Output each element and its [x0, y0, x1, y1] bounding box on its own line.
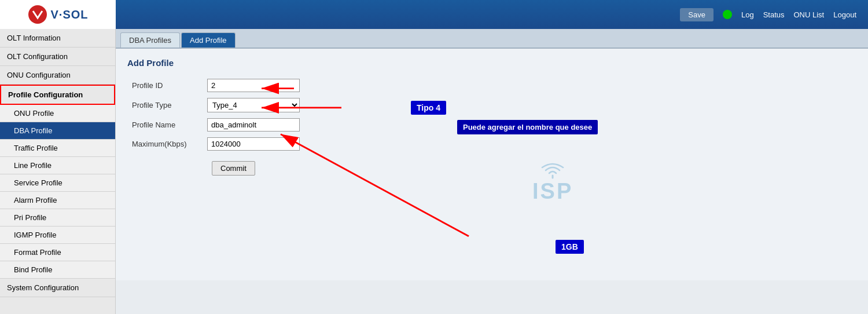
sidebar-item-alarm-profile[interactable]: Alarm Profile — [0, 192, 115, 209]
isp-watermark: ISP — [532, 162, 573, 202]
onu-list-link[interactable]: ONU List — [794, 10, 825, 19]
add-profile-form: Profile ID Profile Type Type_1 Type_2 Ty… — [127, 76, 304, 178]
log-link[interactable]: Log — [741, 10, 754, 19]
logo-area: V·SOL — [0, 0, 116, 29]
profile-id-input[interactable] — [207, 79, 300, 92]
profile-id-cell — [203, 76, 304, 95]
maximum-label: Maximum(Kbps) — [127, 134, 203, 154]
svg-point-0 — [28, 5, 47, 24]
tab-bar: DBA Profiles Add Profile — [116, 29, 868, 49]
status-indicator — [723, 10, 732, 19]
logo-text: V·SOL — [50, 8, 88, 21]
sidebar-item-line-profile[interactable]: Line Profile — [0, 157, 115, 174]
sidebar-item-onu-configuration[interactable]: ONU Configuration — [0, 66, 115, 85]
content-area: Add Profile Profile ID Profile Type Type… — [116, 49, 868, 280]
maximum-input[interactable] — [207, 137, 300, 151]
profile-name-input[interactable] — [207, 118, 300, 132]
save-button[interactable]: Save — [680, 8, 713, 21]
profile-type-label: Profile Type — [127, 95, 203, 115]
status-link[interactable]: Status — [763, 10, 785, 19]
sidebar-item-olt-configuration[interactable]: OLT Configuration — [0, 48, 115, 66]
isp-text: ISP — [532, 180, 573, 202]
main-content: DBA Profiles Add Profile Add Profile Pro… — [116, 29, 868, 314]
page-title: Add Profile — [127, 58, 856, 68]
sidebar-item-profile-configuration[interactable]: Profile Configuration — [0, 85, 115, 105]
sidebar-item-traffic-profile[interactable]: Traffic Profile — [0, 140, 115, 157]
sidebar-item-olt-information[interactable]: OLT Information — [0, 29, 115, 48]
commit-cell: Commit — [203, 154, 304, 178]
profile-type-select[interactable]: Type_1 Type_2 Type_3 Type_4 Type_5 — [207, 98, 300, 112]
sidebar-item-bind-profile[interactable]: Bind Profile — [0, 261, 115, 279]
svg-line-4 — [281, 134, 469, 236]
profile-type-cell: Type_1 Type_2 Type_3 Type_4 Type_5 — [203, 95, 304, 115]
sidebar-item-igmp-profile[interactable]: IGMP Profile — [0, 227, 115, 244]
header-controls: Save Log Status ONU List Logout — [680, 8, 856, 21]
profile-type-row: Profile Type Type_1 Type_2 Type_3 Type_4… — [127, 95, 304, 115]
profile-name-cell — [203, 115, 304, 134]
profile-name-label: Profile Name — [127, 115, 203, 134]
sidebar-item-onu-profile[interactable]: ONU Profile — [0, 105, 115, 122]
commit-row: Commit — [127, 154, 304, 178]
annotation-tipo4: Tipo 4 — [411, 101, 446, 115]
commit-button[interactable]: Commit — [212, 161, 255, 176]
profile-name-row: Profile Name — [127, 115, 304, 134]
logout-link[interactable]: Logout — [833, 10, 856, 19]
sidebar-item-service-profile[interactable]: Service Profile — [0, 174, 115, 192]
sidebar-item-system-configuration[interactable]: System Configuration — [0, 279, 115, 297]
profile-id-row: Profile ID — [127, 76, 304, 95]
header: V·SOL Save Log Status ONU List Logout — [0, 0, 868, 29]
sidebar-item-dba-profile[interactable]: DBA Profile — [0, 122, 115, 140]
vsol-logo-icon — [27, 4, 48, 25]
maximum-row: Maximum(Kbps) — [127, 134, 304, 154]
profile-id-label: Profile ID — [127, 76, 203, 95]
tab-dba-profiles[interactable]: DBA Profiles — [120, 32, 180, 48]
annotation-nombre: Puede agregar el nombre que desee — [457, 120, 598, 134]
sidebar-item-format-profile[interactable]: Format Profile — [0, 244, 115, 261]
sidebar: OLT Information OLT Configuration ONU Co… — [0, 29, 116, 314]
layout: OLT Information OLT Configuration ONU Co… — [0, 29, 868, 314]
maximum-cell — [203, 134, 304, 154]
sidebar-item-pri-profile[interactable]: Pri Profile — [0, 209, 115, 227]
tab-add-profile[interactable]: Add Profile — [181, 32, 236, 48]
annotation-1gb: 1GB — [556, 240, 584, 254]
